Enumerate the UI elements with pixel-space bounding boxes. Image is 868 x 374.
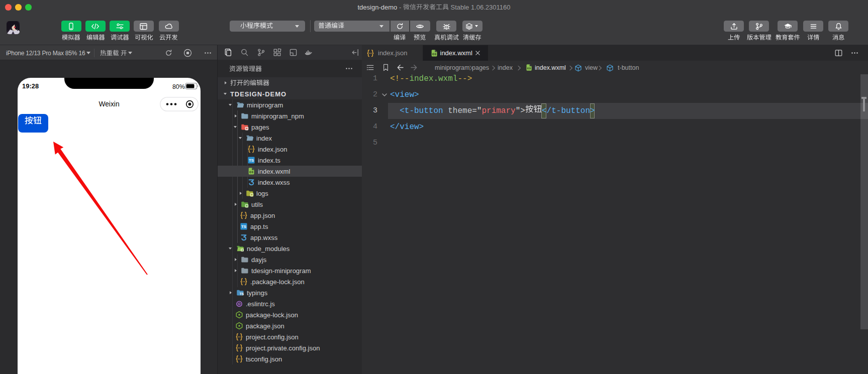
svg-text:TS: TS <box>249 158 254 163</box>
svg-text:TS: TS <box>241 224 247 229</box>
svg-text:TS: TS <box>240 292 244 296</box>
